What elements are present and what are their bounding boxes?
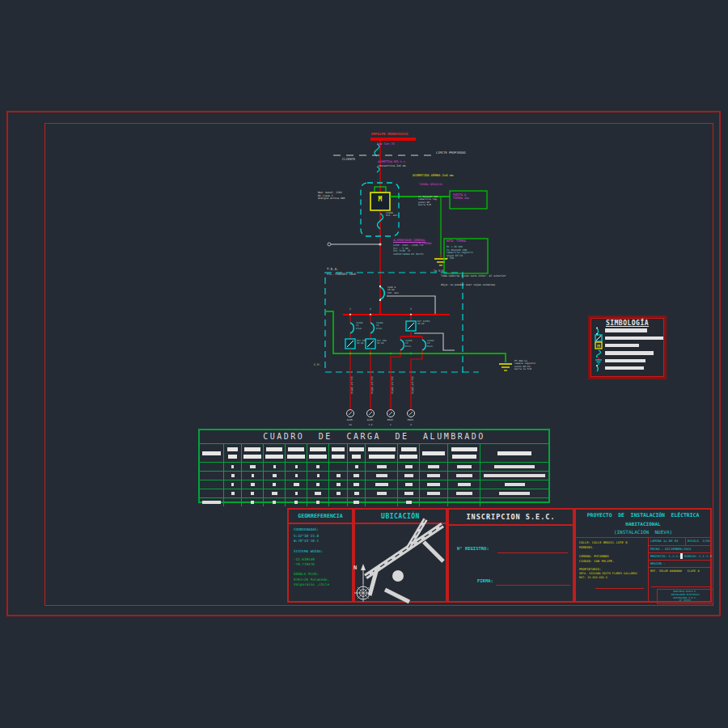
registry-number-line: [497, 552, 568, 553]
legend-description-bar: [605, 351, 654, 355]
table-cell: [307, 489, 329, 497]
table-cell: [224, 480, 242, 489]
drawn-by: DIBUJO: C.C.C.P: [684, 554, 712, 558]
table-cell: [398, 489, 420, 497]
table-cell: [448, 472, 480, 480]
table-cell: [264, 463, 286, 471]
project-title-line1: PROYECTO DE INSTALACIÓN ELÉCTRICA: [576, 512, 710, 518]
table-row: [200, 472, 548, 480]
table-cell: [366, 463, 398, 471]
table-cell: [307, 472, 329, 480]
legend-title: SIMBOLOGÍA: [591, 320, 663, 327]
table-cell: [264, 489, 286, 497]
legend-description-bar: [605, 336, 663, 341]
header-cell: [398, 444, 420, 462]
owner-name: SRTA. VIVIANA EDITH FLORES GALLARDO: [579, 572, 637, 575]
georeference-line: -32.639549: [294, 557, 315, 561]
signature-line: [496, 585, 570, 586]
sheet-number: LAMINA 1o DE 04: [650, 539, 678, 543]
region: REGION :: [650, 561, 665, 565]
table-cell: [448, 498, 480, 506]
legend-description-bar: [605, 328, 647, 332]
table-cell: [224, 463, 242, 471]
georeference-line: COORDENADAS:: [294, 527, 319, 531]
load-schedule-title: CUADRO DE CARGA DE ALUMBRADO: [200, 430, 548, 444]
table-cell: [366, 498, 398, 506]
legend-box: SIMBOLOGÍA M: [590, 318, 664, 377]
table-cell: [480, 489, 548, 497]
table-row: [200, 463, 548, 472]
text-cursor-mark: [680, 553, 683, 559]
owner-rut: RUT: 15.XXX.XXX-X: [579, 576, 607, 579]
cad-electrical-plan: { "colors":{"red":"#e03030","wire_red":"…: [0, 0, 728, 728]
table-cell: [366, 472, 398, 480]
load-schedule-header-row: [200, 444, 548, 463]
legend-row: [591, 364, 663, 371]
legend-row: [591, 349, 663, 357]
table-cell: [200, 463, 224, 471]
svg-text:M: M: [597, 343, 600, 349]
owner-label: PROPIETARIO:: [579, 567, 601, 571]
table-cell: [398, 472, 420, 480]
georeference-line: Valparaíso ,chile: [294, 582, 329, 586]
table-cell: [242, 472, 264, 480]
table-cell: [329, 472, 348, 480]
georeference-line: W:70°43'10.1: [294, 539, 319, 543]
table-cell: [224, 489, 242, 497]
header-cell: [329, 444, 348, 462]
table-row: [200, 489, 548, 498]
header-cell: [200, 444, 224, 462]
table-cell: [420, 480, 448, 489]
title-block: PROYECTO DE INSTALACIÓN ELÉCTRICA HABITA…: [574, 508, 712, 603]
table-cell: [420, 489, 448, 497]
table-cell: [200, 472, 224, 480]
table-cell: [348, 489, 366, 497]
sec-inscription-title: INSCRIPCION S.E.C.: [466, 513, 555, 521]
project-author: PROYECTO: C.C.C.P: [650, 554, 682, 558]
legend-description-bar: [605, 366, 644, 370]
project-title-line2: HABITACIONAL: [576, 521, 710, 527]
installer-stamp-line: N° XXXXX: [679, 599, 691, 603]
city: CIUDAD: SAN FELIPE.: [579, 559, 614, 563]
commune: COMUNA: PUTAENDO: [579, 554, 609, 558]
project-title-line3: (INSTALACION NUEVA): [576, 529, 710, 535]
table-cell: [286, 498, 307, 506]
table-cell: [264, 472, 286, 480]
street-line2: PAREDES.: [579, 545, 594, 549]
table-cell: [286, 472, 307, 480]
legend-description-bar: [605, 344, 639, 348]
georeference-box: GEORREFERENCIA COORDENADAS:S:32°38'23.8W…: [287, 508, 353, 603]
header-cell: [307, 444, 329, 462]
header-cell: [420, 444, 448, 462]
table-cell: [242, 498, 264, 506]
solar-reference: REF. SOLAR ####### CLASE #: [650, 569, 700, 573]
table-cell: [329, 480, 348, 489]
table-cell: [242, 489, 264, 497]
header-cell: [480, 444, 548, 462]
table-cell: [264, 480, 286, 489]
table-cell: [480, 472, 548, 480]
table-cell: [329, 463, 348, 471]
header-cell: [242, 444, 264, 462]
table-cell: [200, 498, 224, 506]
street-line1: CALLE: CALLE BRASIL LOTE B: [579, 540, 627, 544]
table-cell: [420, 498, 448, 506]
georeference-title: GEORREFERENCIA: [298, 513, 343, 519]
legend-row: [591, 327, 663, 334]
date: FECHA : DICIEMBRE/2023: [650, 547, 691, 551]
legend-row: [591, 334, 663, 341]
legend-row: M: [591, 342, 663, 349]
table-cell: [200, 489, 224, 497]
georeference-line: S:32°38'23.8: [294, 534, 319, 538]
georeference-line: SISTEMA WGS84:: [294, 549, 323, 553]
table-row: [200, 480, 548, 489]
load-schedule-body: [200, 463, 548, 506]
owner-signature-line: [595, 588, 644, 589]
table-cell: [480, 480, 548, 489]
table-cell: [329, 489, 348, 497]
table-cell: [242, 463, 264, 471]
totals-row: [200, 498, 548, 506]
table-cell: [348, 463, 366, 471]
table-cell: [448, 480, 480, 489]
header-cell: [348, 444, 366, 462]
